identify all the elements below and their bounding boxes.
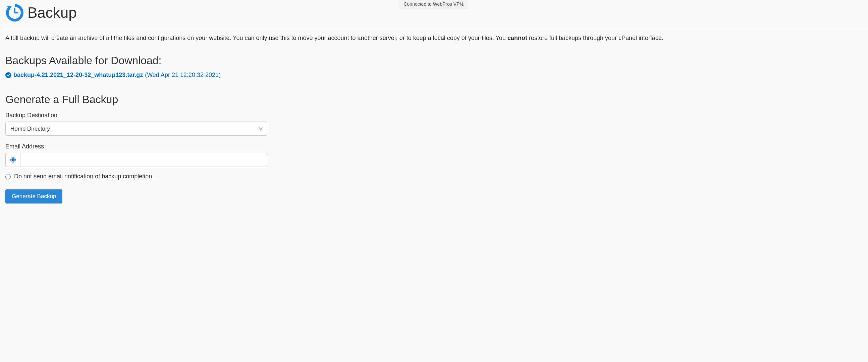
email-label: Email Address xyxy=(5,143,863,150)
description-text: A full backup will create an archive of … xyxy=(5,34,863,42)
email-input-row xyxy=(5,153,267,167)
backup-file-date: (Wed Apr 21 12:20:32 2021) xyxy=(145,72,221,79)
backup-clock-icon xyxy=(5,3,24,22)
check-circle-icon xyxy=(5,72,11,78)
available-backups-heading: Backups Available for Download: xyxy=(5,54,863,67)
page-title: Backup xyxy=(28,4,77,21)
destination-select-wrap: Home Directory xyxy=(5,121,267,136)
email-radio-addon xyxy=(5,153,20,167)
generate-backup-button[interactable]: Generate Backup xyxy=(5,189,62,203)
no-email-label: Do not send email notification of backup… xyxy=(14,173,154,180)
destination-label: Backup Destination xyxy=(5,112,863,119)
backup-file-link[interactable]: backup-4.21.2021_12-20-32_whatup123.tar.… xyxy=(13,72,143,79)
email-field[interactable] xyxy=(20,153,267,167)
destination-select[interactable]: Home Directory xyxy=(5,121,267,136)
content-area: A full backup will create an archive of … xyxy=(0,27,868,210)
no-email-radio[interactable] xyxy=(5,174,11,179)
vpn-status-badge: Connected to WebPros VPN. xyxy=(398,0,469,8)
description-pre: A full backup will create an archive of … xyxy=(5,35,507,41)
backup-list-item: backup-4.21.2021_12-20-32_whatup123.tar.… xyxy=(5,72,863,79)
svg-point-3 xyxy=(5,72,11,78)
send-email-radio[interactable] xyxy=(10,157,16,163)
description-post: restore full backups through your cPanel… xyxy=(527,35,663,41)
generate-backup-form: Generate a Full Backup Backup Destinatio… xyxy=(5,93,863,203)
no-email-row[interactable]: Do not send email notification of backup… xyxy=(5,173,863,180)
description-strong: cannot xyxy=(507,35,527,41)
generate-backup-heading: Generate a Full Backup xyxy=(5,93,863,106)
